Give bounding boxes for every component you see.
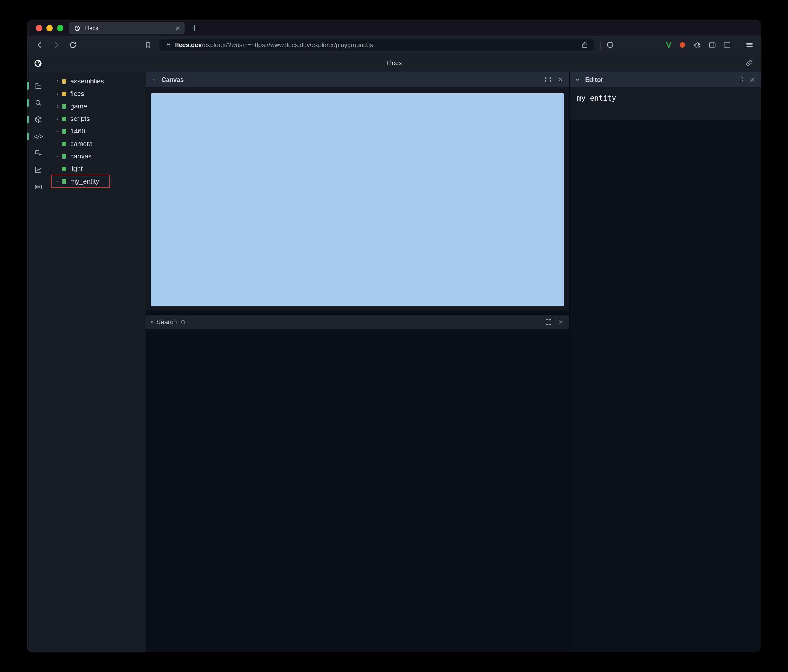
chart-icon	[34, 166, 42, 174]
leaf-dash-icon	[54, 153, 61, 160]
reload-icon[interactable]	[67, 40, 78, 51]
tree-panel-toggle[interactable]	[27, 78, 49, 94]
bookmark-icon[interactable]	[143, 40, 154, 51]
close-tab-icon[interactable]: ×	[175, 25, 180, 32]
navigation-bar: flecs.dev/explorer/?wasm=https://www.fle…	[27, 36, 761, 54]
editor-panel-header: Editor	[570, 72, 761, 87]
expand-chevron-icon[interactable]	[54, 103, 61, 110]
fullscreen-icon[interactable]	[544, 75, 552, 84]
close-panel-icon[interactable]	[748, 75, 756, 84]
flecs-explorer-app: Flecs </>	[27, 54, 761, 652]
cube-icon	[34, 116, 42, 124]
tree-item-canvas[interactable]: canvas	[49, 150, 146, 163]
browser-window: Flecs × + flecs.dev/explorer/?wasm=https…	[27, 20, 761, 652]
search-icon	[180, 319, 186, 325]
search-panel-header: • Search	[146, 315, 569, 329]
window-controls	[27, 25, 63, 31]
app-title: Flecs	[386, 59, 402, 67]
zoom-window-button[interactable]	[57, 25, 63, 31]
close-window-button[interactable]	[36, 25, 42, 31]
search-panel-toggle[interactable]	[27, 94, 49, 111]
expand-chevron-icon[interactable]	[54, 90, 61, 97]
keyboard-icon	[34, 183, 42, 191]
canvas-panel-toggle[interactable]	[27, 111, 49, 128]
forward-icon[interactable]	[51, 40, 62, 51]
tree-item-game[interactable]: game	[49, 100, 146, 113]
entity-color-swatch	[62, 142, 67, 146]
share-icon[interactable]	[581, 41, 588, 49]
active-indicator	[27, 116, 29, 124]
search-panel-title: Search	[156, 319, 177, 326]
tree-item-assemblies[interactable]: assemblies	[49, 75, 146, 87]
tab-search-icon[interactable]	[723, 41, 731, 49]
entity-color-swatch	[62, 179, 67, 184]
tree-item-label: light	[70, 165, 83, 173]
menu-icon[interactable]	[745, 41, 754, 49]
lock-icon	[165, 42, 172, 48]
tree-item-label: my_entity	[70, 178, 99, 185]
editor-panel-toggle[interactable]: </>	[27, 128, 49, 145]
panel-icon-rail: </>	[27, 72, 49, 652]
back-icon[interactable]	[34, 40, 46, 51]
stats-panel-toggle[interactable]	[27, 162, 49, 179]
flecs-favicon-icon	[74, 25, 81, 32]
canvas-panel-title: Canvas	[162, 76, 184, 84]
editor-panel-title: Editor	[585, 76, 603, 84]
tree-item-scripts[interactable]: scripts	[49, 113, 146, 125]
script-editor-text[interactable]: my_entity	[570, 87, 761, 121]
leaf-dash-icon	[54, 178, 61, 185]
browser-tab[interactable]: Flecs ×	[69, 22, 184, 34]
active-indicator	[27, 99, 29, 106]
expand-chevron-icon[interactable]	[54, 116, 61, 122]
leaf-dash-icon	[54, 141, 61, 147]
tree-item-my-entity[interactable]: my_entity	[49, 175, 146, 188]
tree-icon	[34, 82, 42, 90]
entity-color-swatch	[62, 117, 67, 121]
inspector-panel-toggle[interactable]	[27, 145, 49, 162]
tree-item-label: game	[70, 103, 87, 110]
tree-item-label: camera	[70, 140, 93, 148]
vimium-extension-icon[interactable]: V	[666, 41, 671, 49]
tab-title: Flecs	[84, 25, 175, 32]
entity-tree-panel: assemblies flecs game scripts	[49, 72, 146, 652]
fullscreen-icon[interactable]	[735, 75, 744, 84]
active-indicator	[27, 82, 29, 90]
expand-chevron-icon[interactable]	[54, 78, 61, 85]
minimize-window-button[interactable]	[46, 25, 53, 31]
url-bar[interactable]: flecs.dev/explorer/?wasm=https://www.fle…	[159, 39, 595, 51]
tree-item-flecs[interactable]: flecs	[49, 87, 146, 100]
editor-panel: Editor my_entity	[569, 72, 761, 652]
flecs-logo-icon	[33, 59, 43, 68]
tree-item-camera[interactable]: camera	[49, 138, 146, 150]
entity-color-swatch	[62, 129, 67, 134]
tab-bar: Flecs × +	[27, 20, 761, 36]
brave-shields-icon[interactable]	[606, 41, 614, 49]
rest-panel-toggle[interactable]	[27, 179, 49, 195]
render-canvas[interactable]	[151, 94, 564, 306]
close-panel-icon[interactable]	[556, 75, 565, 84]
collapse-chevron-icon[interactable]	[151, 76, 158, 83]
share-link-icon[interactable]	[745, 59, 754, 67]
search-icon	[34, 98, 42, 107]
code-icon: </>	[34, 133, 43, 139]
puzzle-extensions-icon[interactable]	[693, 41, 701, 49]
url-domain: flecs.dev	[175, 41, 202, 49]
module-color-swatch	[62, 79, 67, 84]
module-color-swatch	[62, 92, 67, 96]
collapse-chevron-icon[interactable]	[574, 76, 581, 83]
tree-item-light[interactable]: light	[49, 163, 146, 175]
canvas-wrap	[146, 87, 569, 311]
extensions-cluster: V	[666, 41, 754, 49]
adblock-extension-icon[interactable]	[678, 41, 686, 49]
fullscreen-icon[interactable]	[544, 318, 553, 326]
toolbar-separator: |	[599, 41, 602, 49]
url-text: flecs.dev/explorer/?wasm=https://www.fle…	[175, 41, 373, 49]
entity-color-swatch	[62, 154, 67, 159]
close-panel-icon[interactable]	[556, 318, 565, 326]
center-column: Canvas • Search	[146, 72, 569, 652]
sidebar-toggle-icon[interactable]	[709, 41, 716, 49]
tree-item-1460[interactable]: 1460	[49, 125, 146, 138]
entity-color-swatch	[62, 104, 67, 109]
new-tab-button[interactable]: +	[192, 23, 198, 33]
leaf-dash-icon	[54, 165, 61, 172]
